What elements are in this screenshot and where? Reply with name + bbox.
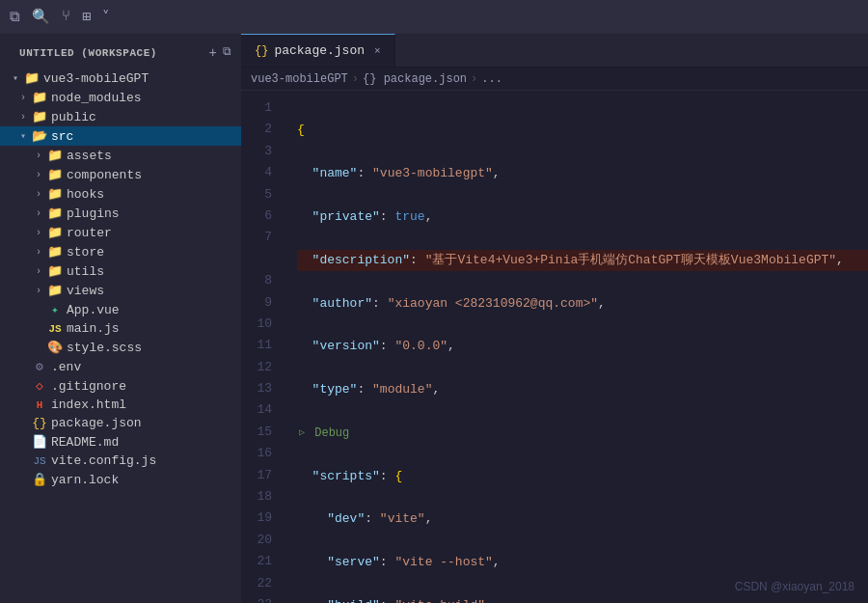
sidebar-item-utils[interactable]: › 📁 utils bbox=[0, 261, 241, 281]
sidebar-item-label: style.scss bbox=[67, 341, 142, 355]
code-container: 12345 6789 1011121314 1516171819 2021222… bbox=[241, 91, 868, 603]
code-line-10: "serve": "vite --host", bbox=[297, 552, 868, 573]
code-line-6: "version": "0.0.0", bbox=[297, 336, 868, 357]
grid-icon[interactable]: ⊞ bbox=[82, 8, 91, 26]
arrow-icon: ▾ bbox=[8, 72, 23, 84]
code-line-5: "author": "xiaoyan <282310962@qq.com>", bbox=[297, 293, 868, 315]
json-file-icon: {} bbox=[31, 416, 48, 430]
env-file-icon: ⚙ bbox=[31, 359, 48, 374]
breadcrumb-sep: › bbox=[352, 72, 359, 86]
arrow-icon: › bbox=[31, 208, 46, 219]
md-file-icon: 📄 bbox=[31, 434, 48, 450]
editor: {} package.json × vue3-mobileGPT › {} pa… bbox=[241, 34, 868, 603]
folder-icon: 📁 bbox=[23, 70, 41, 86]
arrow-icon: › bbox=[15, 112, 31, 123]
sidebar-item-node_modules[interactable]: › 📁 node_modules bbox=[0, 88, 241, 107]
js-file-icon: JS bbox=[46, 323, 64, 335]
sidebar-item-store[interactable]: › 📁 store bbox=[0, 242, 241, 261]
tab-label: package.json bbox=[274, 43, 365, 58]
tab-close-button[interactable]: × bbox=[374, 45, 381, 57]
sidebar-item-vue3-mobileGPT[interactable]: ▾ 📁 vue3-mobileGPT bbox=[0, 69, 241, 88]
arrow-icon: › bbox=[31, 247, 46, 258]
add-file-icon[interactable]: + bbox=[209, 45, 217, 61]
sidebar-item-label: components bbox=[67, 168, 142, 182]
folder-icon: 📁 bbox=[46, 244, 64, 260]
sidebar-item-label: vue3-mobileGPT bbox=[43, 71, 149, 86]
breadcrumb-root: vue3-mobileGPT bbox=[251, 72, 348, 86]
code-line-9: "dev": "vite", bbox=[297, 508, 868, 530]
sidebar-item-label: router bbox=[67, 226, 112, 240]
debug-button[interactable]: ▷ Debug bbox=[299, 423, 349, 444]
git-icon[interactable]: ⑂ bbox=[62, 9, 70, 25]
folder-icon: 📁 bbox=[31, 109, 48, 124]
arrow-icon: › bbox=[31, 170, 46, 180]
sidebar-item-label: README.md bbox=[51, 435, 119, 450]
sidebar-item-src[interactable]: ▾ 📂 src bbox=[0, 126, 241, 146]
sidebar-item-main-js[interactable]: JS main.js bbox=[0, 319, 241, 338]
arrow-icon: › bbox=[31, 189, 46, 200]
sidebar-item-label: package.json bbox=[51, 416, 142, 430]
sidebar-item-assets[interactable]: › 📁 assets bbox=[0, 146, 241, 165]
sidebar-item-label: App.vue bbox=[67, 303, 120, 317]
folder-icon: 📁 bbox=[31, 90, 48, 105]
sidebar-item-gitignore[interactable]: ◇ .gitignore bbox=[0, 376, 241, 396]
arrow-icon: › bbox=[31, 151, 46, 161]
sidebar-item-label: .gitignore bbox=[51, 379, 126, 394]
arrow-icon: › bbox=[31, 286, 46, 296]
sidebar-item-index-html[interactable]: H index.html bbox=[0, 396, 241, 414]
file-copy-icon[interactable]: ⧉ bbox=[10, 9, 20, 26]
folder-icon: 📁 bbox=[46, 167, 64, 182]
sidebar-item-views[interactable]: › 📁 views bbox=[0, 281, 241, 300]
code-line-11: "build": "vite build", bbox=[297, 595, 868, 603]
tab-package-json[interactable]: {} package.json × bbox=[241, 34, 395, 67]
sidebar-item-plugins[interactable]: › 📁 plugins bbox=[0, 204, 241, 223]
sidebar-item-hooks[interactable]: › 📁 hooks bbox=[0, 184, 241, 204]
code-editor[interactable]: { "name": "vue3-mobilegpt", "private": t… bbox=[289, 91, 868, 603]
sidebar-item-label: hooks bbox=[67, 187, 104, 202]
breadcrumb-section: ... bbox=[481, 72, 502, 86]
split-editor-icon[interactable]: ⧉ bbox=[223, 45, 231, 61]
config-file-icon: JS bbox=[31, 455, 48, 467]
folder-icon: 📁 bbox=[46, 263, 64, 279]
line-numbers: 12345 6789 1011121314 1516171819 2021222… bbox=[241, 91, 289, 603]
workspace-actions: + ⧉ bbox=[209, 45, 231, 61]
sidebar-item-label: plugins bbox=[67, 206, 120, 221]
sidebar-item-public[interactable]: › 📁 public bbox=[0, 107, 241, 126]
code-line-3: "private": true, bbox=[297, 206, 868, 228]
sidebar-item-label: main.js bbox=[67, 321, 120, 336]
titlebar-icon-group: ⧉ 🔍 ⑂ ⊞ ˅ bbox=[10, 8, 110, 26]
sidebar-item-label: views bbox=[67, 284, 104, 298]
sidebar-item-label: public bbox=[51, 110, 96, 124]
sidebar: UNTITLED (WORKSPACE) + ⧉ ▾ 📁 vue3-mobile… bbox=[0, 34, 241, 603]
sidebar-item-label: node_modules bbox=[51, 91, 142, 105]
main-area: UNTITLED (WORKSPACE) + ⧉ ▾ 📁 vue3-mobile… bbox=[0, 34, 868, 603]
code-line-1: { bbox=[297, 120, 868, 141]
git-file-icon: ◇ bbox=[31, 378, 48, 394]
sidebar-item-router[interactable]: › 📁 router bbox=[0, 223, 241, 242]
sidebar-item-label: yarn.lock bbox=[51, 473, 119, 487]
sidebar-item-components[interactable]: › 📁 components bbox=[0, 165, 241, 184]
sidebar-item-readme-md[interactable]: 📄 README.md bbox=[0, 432, 241, 452]
vue-file-icon: ✦ bbox=[46, 302, 64, 317]
sidebar-item-style-scss[interactable]: 🎨 style.scss bbox=[0, 338, 241, 357]
sidebar-item-vite-config-js[interactable]: JS vite.config.js bbox=[0, 452, 241, 470]
scss-file-icon: 🎨 bbox=[46, 340, 64, 355]
breadcrumb-file: {} package.json bbox=[363, 72, 467, 86]
tab-bar: {} package.json × bbox=[241, 34, 868, 68]
sidebar-item-env[interactable]: ⚙ .env bbox=[0, 357, 241, 376]
workspace-header: UNTITLED (WORKSPACE) + ⧉ bbox=[0, 38, 241, 69]
search-icon[interactable]: 🔍 bbox=[32, 8, 50, 26]
sidebar-item-package-json[interactable]: {} package.json bbox=[0, 414, 241, 432]
sidebar-item-label: store bbox=[67, 245, 104, 260]
sidebar-item-yarn-lock[interactable]: 🔒 yarn.lock bbox=[0, 470, 241, 489]
sidebar-item-app-vue[interactable]: ✦ App.vue bbox=[0, 300, 241, 319]
folder-icon: 📁 bbox=[46, 225, 64, 240]
tab-file-icon: {} bbox=[255, 44, 268, 58]
arrow-icon: › bbox=[31, 228, 46, 238]
folder-src-icon: 📂 bbox=[31, 128, 48, 144]
code-line-debug: ▷ Debug bbox=[297, 423, 868, 444]
sidebar-item-label: vite.config.js bbox=[51, 453, 156, 468]
arrow-icon: › bbox=[15, 93, 31, 103]
html-file-icon: H bbox=[31, 399, 48, 411]
chevron-down-icon[interactable]: ˅ bbox=[102, 8, 110, 26]
